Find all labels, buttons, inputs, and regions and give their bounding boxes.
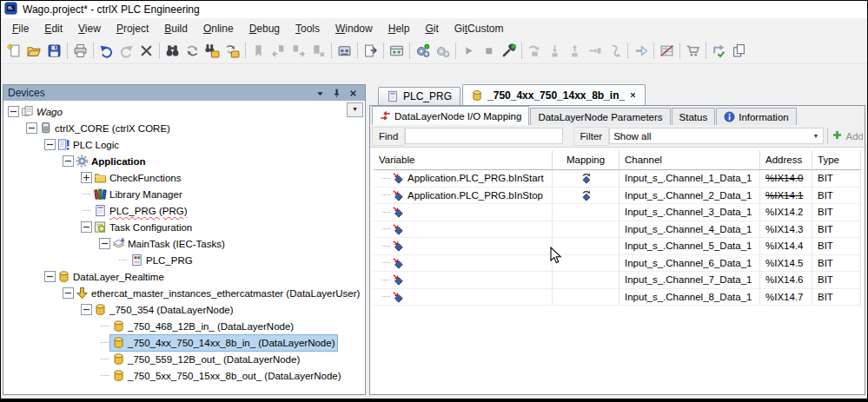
- table-row[interactable]: Application.PLC_PRG.bInStopInput_s_.Chan…: [374, 188, 865, 205]
- table-row[interactable]: Input_s_.Channel_4_Data_1%IX14.3BIT: [374, 221, 865, 239]
- tree-item-maintask-iec-tasks[interactable]: MainTask (IEC-Tasks): [4, 235, 348, 252]
- tree-toggle-minus[interactable]: [44, 139, 56, 150]
- tree-toggle-plus[interactable]: [81, 172, 92, 183]
- toolbar-login-button[interactable]: [413, 41, 433, 61]
- toolbar-find-in-project-button[interactable]: [202, 41, 222, 61]
- toolbar-new-project-button[interactable]: [4, 41, 24, 61]
- tree-item-datalayer-realtime[interactable]: DataLayer_Realtime: [4, 268, 348, 285]
- filter-dropdown[interactable]: Show all ▼: [609, 128, 823, 144]
- tree-item-ethercat-master-instances-ethercatmaster-datalayeruser[interactable]: ethercat_master_instances_ethercatmaster…: [4, 285, 348, 301]
- doc-tab-750-4xx-750-14xx-8b-in[interactable]: _750_4xx_750_14xx_8b_in_: [462, 84, 646, 105]
- subtab-information[interactable]: Information: [716, 108, 797, 125]
- column-header-variable[interactable]: Variable: [374, 150, 553, 170]
- table-row[interactable]: Input_s_.Channel_6_Data_1%IX14.5BIT: [374, 255, 865, 273]
- tree-toggle-minus[interactable]: [99, 238, 110, 249]
- menu-project[interactable]: Project: [109, 20, 156, 37]
- toolbar-save-project-button[interactable]: [44, 41, 64, 61]
- toolbar-delete-button[interactable]: [136, 41, 156, 61]
- tree-item-750-5xx-750-15xx-8b-out-datalayernode[interactable]: _750_5xx_750_15xx_8b_out_ (DataLayerNode…: [4, 367, 348, 384]
- toolbar-build-button[interactable]: [387, 41, 407, 61]
- tree-toggle-minus[interactable]: [44, 271, 56, 282]
- toolbar-run-to-cursor-button[interactable]: [585, 41, 605, 61]
- menu-help[interactable]: Help: [381, 20, 418, 37]
- toolbar-start-button[interactable]: [459, 41, 479, 61]
- toolbar-online-config-mode-button[interactable]: [499, 41, 519, 61]
- tree-item-750-468-12b-in-datalayernode[interactable]: _750_468_12B_in_ (DataLayerNode): [4, 318, 348, 334]
- table-row[interactable]: Input_s_.Channel_5_Data_1%IX14.4BIT: [374, 238, 865, 255]
- toolbar-clear-bookmarks-button[interactable]: [308, 41, 328, 61]
- chevron-down-icon[interactable]: [313, 87, 328, 100]
- tree-item-library-manager[interactable]: Library Manager: [4, 186, 348, 202]
- tree-toggle-minus[interactable]: [63, 155, 74, 167]
- toolbar-edit-object-button[interactable]: [335, 41, 354, 61]
- add-button[interactable]: Add: [832, 129, 863, 142]
- tree-toggle-minus[interactable]: [26, 122, 37, 134]
- toolbar-next-bookmark-button[interactable]: [288, 41, 308, 61]
- menu-git[interactable]: Git: [417, 20, 446, 37]
- toolbar-export-object-button[interactable]: [361, 41, 381, 61]
- subtab-datalayernode-i-o-mapping[interactable]: DataLayerNode I/O Mapping: [372, 106, 529, 125]
- toolbar-reset-warm-button[interactable]: [605, 41, 625, 61]
- menu-gitcustom[interactable]: GitCustom: [447, 20, 512, 37]
- tree-toggle-minus[interactable]: [81, 304, 92, 315]
- toolbar-find-button[interactable]: [162, 41, 182, 61]
- toolbar-codesys-store-button[interactable]: [683, 41, 703, 61]
- tree-item-plc-logic[interactable]: PLC Logic: [4, 136, 348, 153]
- tree-item-application[interactable]: Application: [4, 153, 348, 169]
- tree-item-750-559-12b-out-datalayernode[interactable]: _750_559_12B_out_ (DataLayerNode): [4, 351, 348, 367]
- tree-toggle-minus[interactable]: [81, 221, 92, 233]
- menu-view[interactable]: View: [70, 20, 109, 37]
- table-row[interactable]: Application.PLC_PRG.bInStartInput_s_.Cha…: [374, 170, 865, 188]
- io-mapping-icon: [380, 110, 391, 122]
- tab-close-icon[interactable]: [629, 89, 637, 102]
- menu-build[interactable]: Build: [156, 20, 195, 37]
- column-header-channel[interactable]: Channel: [620, 150, 760, 170]
- toolbar-stop-button[interactable]: [479, 41, 499, 61]
- column-header-address[interactable]: Address: [760, 150, 812, 170]
- tree-item-plc-prg-prg[interactable]: PLC_PRG (PRG): [4, 202, 348, 219]
- subtab-status[interactable]: Status: [672, 108, 716, 125]
- toolbar-redo-button[interactable]: [116, 41, 136, 61]
- menu-edit[interactable]: Edit: [36, 20, 70, 37]
- toolbar-show-next-statement-button[interactable]: [631, 41, 651, 61]
- table-row[interactable]: Input_s_.Channel_3_Data_1%IX14.2BIT: [374, 204, 865, 221]
- column-header-mapping[interactable]: Mapping: [553, 150, 620, 170]
- tree-item-task-configuration[interactable]: Task Configuration: [4, 219, 348, 235]
- column-header-type[interactable]: Type: [812, 150, 861, 170]
- toolbar-previous-bookmark-button[interactable]: [268, 41, 288, 61]
- menu-tools[interactable]: Tools: [288, 20, 328, 37]
- toolbar-quick-replace-button[interactable]: [182, 41, 202, 61]
- tree-item-ctrlx-core-ctrlx-core[interactable]: ctrlX_CORE (ctrlX CORE): [4, 120, 348, 136]
- pin-icon[interactable]: [329, 87, 344, 100]
- menu-window[interactable]: Window: [328, 20, 381, 37]
- toolbar-update-check-button[interactable]: [709, 41, 729, 61]
- toolbar-new-breakpoint-button[interactable]: [657, 41, 677, 61]
- tree-item-checkfunctions[interactable]: CheckFunctions: [4, 169, 348, 186]
- tree-item-750-354-datalayernode[interactable]: _750_354 (DataLayerNode): [4, 301, 348, 318]
- find-input[interactable]: [405, 128, 562, 144]
- menu-online[interactable]: Online: [195, 20, 242, 37]
- toolbar-logout-button[interactable]: [433, 41, 453, 61]
- toolbar-compare-objects-button[interactable]: [729, 41, 749, 61]
- toolbar-open-project-button[interactable]: [24, 41, 44, 61]
- menu-debug[interactable]: Debug: [242, 20, 288, 37]
- tree-toggle-minus[interactable]: [8, 106, 19, 117]
- tree-item-wago[interactable]: Wago: [4, 103, 348, 120]
- tree-item-plc-prg[interactable]: PLC_PRG: [4, 252, 348, 268]
- table-row[interactable]: Input_s_.Channel_7_Data_1%IX14.6BIT: [374, 272, 865, 289]
- doc-tab-plc-prg[interactable]: PLC_PRG: [378, 87, 461, 105]
- toolbar-toggle-bookmark-button[interactable]: [248, 41, 268, 61]
- toolbar-step-into-button[interactable]: [545, 41, 565, 61]
- tree-view-selector-dropdown[interactable]: ▼: [347, 102, 363, 117]
- menu-file[interactable]: File: [4, 20, 36, 37]
- toolbar-replace-in-project-button[interactable]: [222, 41, 242, 61]
- close-icon[interactable]: [346, 87, 361, 100]
- tree-item-750-4xx-750-14xx-8b-in-datalayernode[interactable]: _750_4xx_750_14xx_8b_in_ (DataLayerNode): [4, 334, 348, 351]
- toolbar-undo-button[interactable]: [96, 41, 116, 61]
- toolbar-print-button[interactable]: [70, 41, 90, 61]
- toolbar-step-over-button[interactable]: [525, 41, 545, 61]
- tree-toggle-minus[interactable]: [63, 287, 74, 299]
- subtab-datalayernode-parameters[interactable]: DataLayerNode Parameters: [530, 108, 670, 125]
- table-row[interactable]: Input_s_.Channel_8_Data_1%IX14.7BIT: [374, 289, 865, 306]
- toolbar-step-out-button[interactable]: [565, 41, 585, 61]
